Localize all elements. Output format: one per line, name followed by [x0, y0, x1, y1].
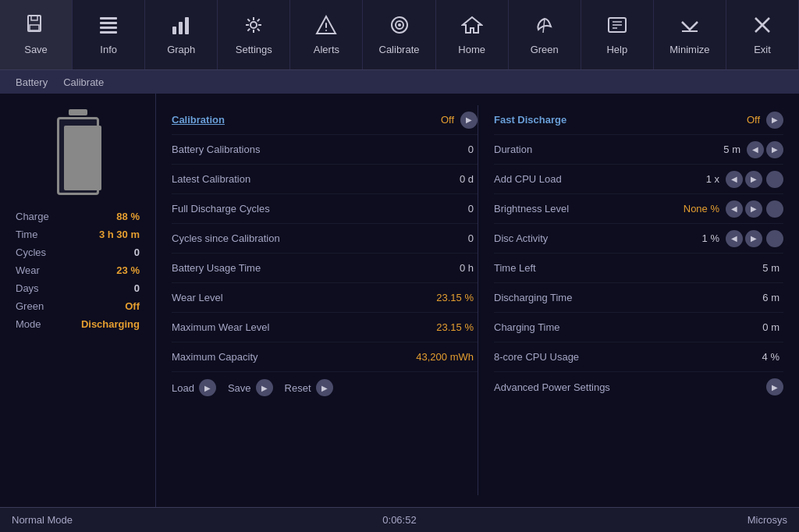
- field-max-capacity: Maximum Capacity 43,200 mWh: [172, 342, 478, 372]
- field-duration: Duration 5 m ◀ ▶: [494, 135, 783, 165]
- status-left: Normal Mode: [12, 514, 270, 526]
- stat-mode-value: Discharging: [81, 318, 140, 330]
- svg-rect-9: [185, 17, 189, 34]
- action-row: Load ▶ Save ▶ Reset ▶: [172, 372, 478, 403]
- fast-discharge-value: Off: [713, 114, 760, 126]
- nav-info[interactable]: Info: [73, 0, 145, 69]
- nav-home-label: Home: [458, 44, 485, 55]
- stat-green-label: Green: [16, 300, 44, 312]
- help-icon: [606, 14, 628, 39]
- nav-green[interactable]: Green: [509, 0, 581, 69]
- battery-graphic: [55, 109, 101, 195]
- advanced-power-label: Advanced Power Settings: [494, 381, 760, 393]
- disc-activity-value: 1 %: [673, 232, 719, 244]
- brightness-prev-btn[interactable]: ◀: [726, 200, 743, 218]
- duration-prev-btn[interactable]: ◀: [747, 141, 764, 158]
- disc-next-btn[interactable]: ▶: [745, 230, 762, 247]
- disc-activity-label: Disc Activity: [494, 232, 673, 244]
- stat-cycles-value: 0: [134, 246, 140, 258]
- stat-mode: Mode Discharging: [16, 318, 140, 330]
- stat-charge-label: Charge: [16, 211, 49, 222]
- nav-settings[interactable]: Settings: [218, 0, 290, 69]
- nav-green-label: Green: [531, 44, 559, 55]
- load-play-btn[interactable]: ▶: [199, 379, 216, 396]
- duration-next-btn[interactable]: ▶: [766, 141, 783, 158]
- field-cycles-since-cal: Cycles since Calibration 0: [172, 224, 478, 254]
- stat-wear-label: Wear: [16, 264, 40, 276]
- nav-exit[interactable]: Exit: [726, 0, 799, 69]
- stat-time: Time 3 h 30 m: [16, 229, 140, 240]
- nav-alerts-label: Alerts: [314, 44, 339, 55]
- home-icon: [461, 14, 483, 39]
- battery-calibrations-label: Battery Calibrations: [172, 144, 427, 155]
- calibrate-icon: [389, 14, 410, 39]
- svg-rect-11: [325, 23, 327, 28]
- stat-wear: Wear 23 %: [16, 264, 140, 276]
- calibration-play-btn[interactable]: ▶: [460, 112, 478, 129]
- charging-time-label: Charging Time: [494, 321, 733, 333]
- stat-cycles-label: Cycles: [16, 246, 46, 258]
- advanced-power-btn[interactable]: ▶: [766, 378, 783, 395]
- fast-discharge-play-btn[interactable]: ▶: [766, 112, 783, 129]
- max-wear-label: Maximum Wear Level: [172, 321, 427, 333]
- field-full-discharge: Full Discharge Cycles 0: [172, 194, 478, 224]
- calibration-label: Calibration: [172, 114, 407, 126]
- add-cpu-load-value: 1 x: [673, 173, 719, 185]
- brightness-next-btn[interactable]: ▶: [745, 200, 762, 218]
- green-icon: [534, 14, 556, 39]
- left-column: Calibration Off ▶ Battery Calibrations 0…: [172, 105, 478, 495]
- nav-home[interactable]: Home: [436, 0, 509, 69]
- max-capacity-value: 43,200 mWh: [416, 351, 474, 363]
- stat-charge: Charge 88 %: [16, 211, 140, 222]
- cpu-load-next-btn[interactable]: ▶: [745, 171, 762, 188]
- load-action[interactable]: Load ▶: [172, 379, 216, 396]
- save-action[interactable]: Save ▶: [228, 379, 273, 396]
- svg-rect-12: [325, 30, 327, 31]
- nav-help[interactable]: Help: [581, 0, 654, 69]
- svg-point-10: [250, 22, 257, 28]
- stat-green-value: Off: [125, 300, 140, 312]
- calibration-value: Off: [407, 114, 454, 126]
- nav-alerts[interactable]: Alerts: [290, 0, 363, 69]
- stat-charge-value: 88 %: [116, 211, 140, 222]
- svg-rect-2: [30, 25, 39, 30]
- svg-rect-3: [100, 17, 117, 20]
- info-icon: [98, 14, 119, 39]
- brightness-label: Brightness Level: [494, 203, 673, 215]
- exit-icon: [751, 14, 773, 39]
- reset-play-btn[interactable]: ▶: [316, 379, 333, 396]
- battery-body: [57, 117, 99, 195]
- cpu-usage-label: 8-core CPU Usage: [494, 351, 733, 363]
- field-latest-calibration: Latest Calibration 0 d: [172, 165, 478, 194]
- stat-mode-label: Mode: [16, 318, 41, 330]
- disc-prev-btn[interactable]: ◀: [726, 230, 743, 247]
- nav-help-label: Help: [606, 44, 627, 55]
- save-play-btn[interactable]: ▶: [256, 379, 273, 396]
- wear-level-label: Wear Level: [172, 292, 427, 303]
- nav-calibrate[interactable]: Calibrate: [363, 0, 435, 69]
- nav-save[interactable]: Save: [0, 0, 73, 69]
- sidebar-stats: Charge 88 % Time 3 h 30 m Cycles 0 Wear …: [8, 211, 147, 330]
- stat-cycles: Cycles 0: [16, 246, 140, 258]
- time-left-label: Time Left: [494, 262, 733, 274]
- nav-calibrate-label: Calibrate: [379, 44, 420, 55]
- nav-graph-label: Graph: [167, 44, 195, 55]
- nav-minimize[interactable]: Minimize: [654, 0, 726, 69]
- full-discharge-label: Full Discharge Cycles: [172, 203, 427, 215]
- field-wear-level: Wear Level 23.15 %: [172, 283, 478, 313]
- stat-time-value: 3 h 30 m: [99, 229, 140, 240]
- cycles-since-cal-label: Cycles since Calibration: [172, 232, 427, 244]
- discharging-time-label: Discharging Time: [494, 292, 733, 303]
- panel-grid: Calibration Off ▶ Battery Calibrations 0…: [172, 105, 783, 495]
- field-discharging-time: Discharging Time 6 m: [494, 283, 783, 313]
- svg-rect-8: [179, 22, 183, 34]
- nav-graph[interactable]: Graph: [145, 0, 218, 69]
- svg-line-16: [543, 19, 545, 33]
- cpu-load-prev-btn[interactable]: ◀: [726, 171, 743, 188]
- field-battery-calibrations: Battery Calibrations 0: [172, 135, 478, 165]
- field-disc-activity: Disc Activity 1 % ◀ ▶: [494, 224, 783, 254]
- max-wear-value: 23.15 %: [427, 321, 474, 333]
- reset-action[interactable]: Reset ▶: [285, 379, 333, 396]
- stat-days: Days 0: [16, 282, 140, 294]
- brightness-value: None %: [673, 203, 719, 215]
